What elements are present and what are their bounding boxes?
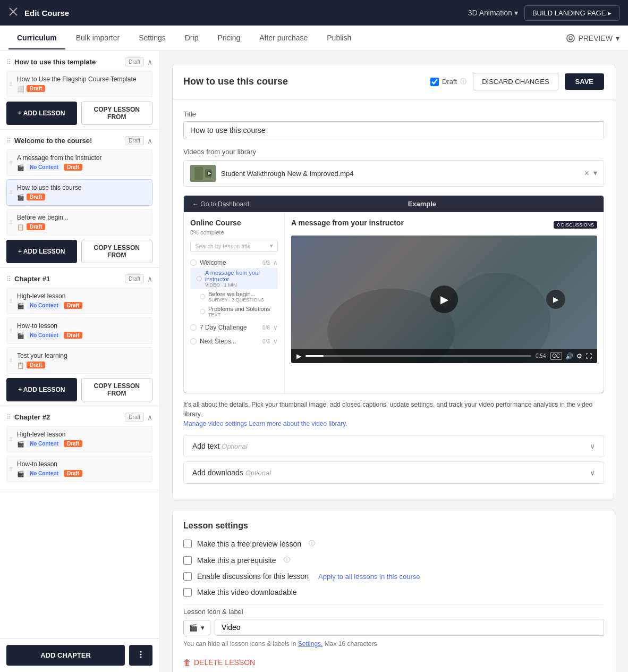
tab-curriculum[interactable]: Curriculum (9, 27, 65, 49)
lesson-drag-handle[interactable]: ⠿ (9, 81, 13, 87)
lesson-drag-handle[interactable]: ⠿ (9, 358, 13, 364)
list-item[interactable]: ⠿ How-to lesson 🎬 No Content Draft (6, 456, 152, 482)
play-button[interactable]: ▶ (430, 285, 458, 313)
copy-lesson-button-3[interactable]: COPY LESSON FROM (81, 378, 153, 401)
prerequisite-info-icon[interactable]: ⓘ (284, 556, 290, 565)
play-pause-button[interactable]: ▶ (296, 352, 301, 360)
free-preview-checkbox[interactable] (183, 540, 192, 548)
downloadable-checkbox[interactable] (183, 588, 192, 597)
settings-link[interactable]: Settings. (298, 640, 323, 648)
copy-lesson-button-1[interactable]: COPY LESSON FROM (81, 102, 153, 125)
title-input[interactable] (183, 121, 604, 139)
icon-select-dropdown[interactable]: 🎬 ▾ (183, 620, 210, 635)
tab-publish[interactable]: Publish (318, 27, 360, 49)
list-item[interactable]: ⠿ High-level lesson 🎬 No Content Draft (6, 288, 152, 314)
list-item[interactable]: ⠿ How-to lesson 🎬 No Content Draft (6, 317, 152, 344)
chapter-label: Next Steps... (200, 338, 236, 345)
discard-button[interactable]: DISCARD CHANGES (473, 73, 558, 90)
preview-lesson-item[interactable]: Problems and Solutions TEXT (190, 304, 278, 319)
lesson-drag-handle[interactable]: ⠿ (9, 298, 13, 304)
drag-handle-3[interactable]: ⠿ (6, 275, 11, 283)
preview-search[interactable]: Search by lesson title ▾ (190, 240, 278, 252)
info-icon[interactable]: ⓘ (460, 77, 466, 86)
add-lesson-button-1[interactable]: + ADD LESSON (6, 102, 77, 125)
chapter-status-3: Draft (125, 274, 144, 283)
more-options-button[interactable] (129, 645, 152, 666)
control-icons: CC 🔊 ⚙ ⛶ (550, 352, 592, 360)
tab-drip[interactable]: Drip (176, 27, 207, 49)
volume-button[interactable]: 🔊 (565, 352, 573, 360)
copy-lesson-button-2[interactable]: COPY LESSON FROM (81, 240, 153, 263)
badge-row: 🎬 No Content Draft (17, 440, 150, 448)
draft-checkbox[interactable] (430, 78, 439, 86)
icon-label-input[interactable] (215, 619, 604, 636)
collapse-icon-1[interactable]: ∧ (147, 58, 152, 66)
add-lesson-button-2[interactable]: + ADD LESSON (6, 240, 77, 263)
lesson-drag-handle[interactable]: ⠿ (9, 466, 13, 472)
play-button-small[interactable]: ▶ (546, 290, 565, 309)
video-player[interactable]: ▶ ▶ ▶ 0:54 CC (291, 236, 597, 363)
drag-handle-2[interactable]: ⠿ (6, 137, 11, 145)
preview-lesson-item[interactable]: A message from your instructor VIDEO · 1… (190, 268, 278, 289)
list-item[interactable]: ⠿ How to use this course 🎬 Draft (6, 179, 152, 206)
tab-pricing[interactable]: Pricing (209, 27, 249, 49)
list-item[interactable]: ⠿ Test your learning 📋 Draft (6, 347, 152, 374)
discussions-checkbox[interactable] (183, 572, 192, 581)
learn-library-link[interactable]: Learn more about the video library. (249, 420, 347, 427)
video-more-button[interactable]: ▾ (593, 169, 597, 178)
progress-bar[interactable] (305, 355, 531, 357)
lesson-drag-handle[interactable]: ⠿ (9, 220, 13, 225)
manage-video-link[interactable]: Manage video settings (183, 420, 247, 427)
lesson-content: High-level lesson 🎬 No Content Draft (17, 292, 150, 309)
icon-select-arrow: ▾ (201, 624, 205, 632)
free-preview-info-icon[interactable]: ⓘ (309, 539, 315, 548)
apply-all-link[interactable]: Apply to all lessons in this course (318, 573, 420, 581)
lesson-drag-handle[interactable]: ⠿ (9, 160, 13, 166)
tab-bulk-importer[interactable]: Bulk importer (67, 27, 128, 49)
preview-lesson-item[interactable]: Before we begin... SURVEY · 3 QUESTIONS (190, 289, 278, 304)
prerequisite-checkbox[interactable] (183, 556, 192, 565)
drag-handle[interactable]: ⠿ (6, 58, 11, 66)
lesson-drag-handle[interactable]: ⠿ (9, 436, 13, 442)
build-landing-button[interactable]: BUILD LANDING PAGE ▸ (524, 5, 619, 21)
add-chapter-button[interactable]: ADD CHAPTER (6, 645, 125, 666)
collapse-icon-4[interactable]: ∧ (147, 413, 152, 422)
tab-after-purchase[interactable]: After purchase (251, 27, 316, 49)
list-item[interactable]: ⠿ A message from the instructor 🎬 No Con… (6, 149, 152, 176)
chapter-arrow: ∨ (273, 338, 278, 345)
fullscreen-button[interactable]: ⛶ (585, 352, 592, 360)
lesson-name: High-level lesson (17, 431, 150, 438)
preview-button[interactable]: PREVIEW ▾ (566, 34, 619, 43)
go-to-dashboard-link[interactable]: ← Go to Dashboard (192, 200, 249, 208)
video-icon-option: 🎬 (189, 624, 198, 632)
close-button[interactable] (9, 7, 18, 19)
list-item[interactable]: ⠿ Before we begin... 📋 Draft (6, 209, 152, 236)
list-item[interactable]: ⠿ High-level lesson 🎬 No Content Draft (6, 426, 152, 452)
collapse-icon-3[interactable]: ∧ (147, 275, 152, 283)
chapter-header-4: ⠿ Chapter #2 Draft ∧ (6, 413, 152, 422)
chapter-actions-1: + ADD LESSON COPY LESSON FROM (6, 102, 152, 125)
delete-lesson-row[interactable]: 🗑 DELETE LESSON (183, 658, 604, 667)
collapse-icon-2[interactable]: ∧ (147, 137, 152, 145)
add-downloads-header[interactable]: Add downloads Optional ∨ (184, 462, 604, 483)
chapter-header-2: ⠿ Welcome to the course! Draft ∧ (6, 136, 152, 145)
add-lesson-button-3[interactable]: + ADD LESSON (6, 378, 77, 401)
video-thumbnail (190, 165, 216, 182)
draft-badge: Draft (64, 302, 82, 309)
lesson-drag-handle[interactable]: ⠿ (9, 190, 13, 196)
lesson-drag-handle[interactable]: ⠿ (9, 328, 13, 334)
tab-settings[interactable]: Settings (130, 27, 174, 49)
course-selector[interactable]: 3D Animation ▾ (468, 9, 518, 17)
add-text-header[interactable]: Add text Optional ∨ (184, 435, 604, 457)
save-button[interactable]: SAVE (565, 73, 604, 90)
list-item[interactable]: ⠿ How to Use the Flagship Course Templat… (6, 71, 152, 97)
lesson-name: A message from the instructor (17, 154, 150, 162)
drag-handle-4[interactable]: ⠿ (6, 414, 11, 421)
badge-row: 🎬 No Content Draft (17, 331, 150, 339)
cc-button[interactable]: CC (550, 352, 562, 360)
video-remove-button[interactable]: × (584, 169, 589, 178)
draft-badge: Draft (64, 470, 82, 477)
settings-button[interactable]: ⚙ (576, 352, 582, 360)
discussions-label: Enable discussions for this lesson (197, 572, 309, 581)
lesson-name-preview: A message from your instructor (205, 270, 278, 282)
